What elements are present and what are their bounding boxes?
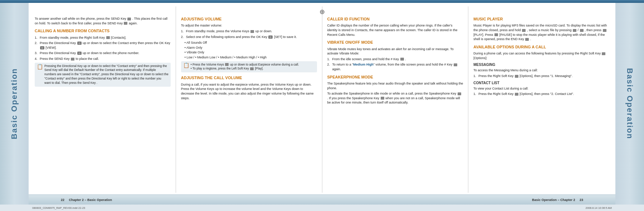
adj-vol-intro: To adjust the master volume: — [181, 23, 317, 28]
column-1: To answer another call while on the phon… — [30, 6, 175, 193]
section-vibrate-heading: VIBRATE ON/OFF MODE — [327, 40, 463, 45]
list-item: 2. Press the Directional Key ⊙ up or dow… — [35, 41, 171, 50]
filename-text: 080803_CDM8975_RAP_REV00.indd 22-23 — [32, 206, 85, 210]
sidebar-label-left: Basic Operation — [10, 68, 19, 139]
ok-key-icon: ⊙ — [40, 46, 44, 49]
play-key-icon — [603, 29, 606, 32]
sidebar-label-right: Basic Operation — [625, 68, 634, 139]
compass-icon: ⊕ — [319, 8, 325, 16]
messaging-list: 1. Press the Right Soft Key [Options], t… — [473, 74, 609, 78]
speaker-key-icon-2 — [381, 97, 384, 100]
vibrate-list: 1. From the idle screen, press and hold … — [327, 57, 463, 72]
sidebar-right: Basic Operation — [615, 3, 644, 205]
list-item: 2. Select one of the following options a… — [181, 35, 317, 39]
list-item: Alarm Only — [185, 45, 317, 50]
send-key-icon-3 — [71, 58, 74, 61]
bottom-bar: 22 Chapter 2 – Basic Operation Basic Ope… — [29, 195, 615, 205]
pause-key-icon — [494, 33, 498, 36]
speakerphone-text2: To activate the Speakerphone in idle mod… — [327, 91, 463, 105]
volume-options-list: All Sounds Off Alarm Only Vibrate Only L… — [185, 40, 317, 59]
note-lines: • Press the Volume Keys up or down to ad… — [191, 63, 299, 71]
list-item: 1. From the idle screen, press and hold … — [327, 57, 463, 62]
vibrate-text: Vibrate Mode mutes key tones and activat… — [327, 47, 463, 56]
content-area: ⊕ To answer another call while on the ph… — [29, 3, 615, 205]
volume-list: 1. From standby mode, press the Volume K… — [181, 29, 317, 39]
section-caller-id-heading: CALLER ID FUNCTION — [327, 16, 463, 22]
intro-text: To answer another call while on the phon… — [35, 16, 171, 25]
section-adj-vol-heading: ADJUSTING VOLUME — [181, 16, 317, 22]
dir-key-icon: ⊙ — [77, 42, 82, 45]
note-box-volume: 📋 • Press the Volume Keys up or down to … — [181, 61, 317, 73]
right-soft-key-icon-3 — [515, 75, 518, 78]
section-speakerphone-heading: SPEAKERPHONE MODE — [327, 75, 463, 80]
list-item: Low / • Medium Low / • Medium / • Medium… — [185, 55, 317, 60]
page-container: Basic Operation ⊕ To answer another call… — [0, 0, 644, 211]
vol-key-icon — [250, 30, 254, 33]
contact-list-intro-text: To view your Contact List during a call: — [473, 86, 609, 91]
columns-area: To answer another call while on the phon… — [29, 3, 615, 195]
send-key-icon-2 — [124, 22, 127, 25]
list-item: 4. Press the SEND Key to place the call. — [35, 57, 171, 61]
list-item: 1. Press the Right Soft Key [Options], t… — [473, 92, 609, 96]
music-nav-icon-1 — [573, 29, 576, 32]
dir-key-icon-2: ⊙ — [77, 52, 82, 55]
list-item: 1. From standby mode, press the Right So… — [35, 35, 171, 40]
subsection-contact-list-heading: CONTACT LIST — [473, 81, 609, 86]
section-options-call-heading: AVAILABLE OPTIONS DURING A CALL — [473, 44, 609, 50]
note-icon: 📋 — [37, 63, 43, 85]
music-player-text: Music Player is for playing MP3 files sa… — [473, 23, 609, 41]
section-music-player-heading: MUSIC PLAYER — [473, 16, 609, 22]
subsection-messaging-heading: MESSAGING — [473, 62, 609, 67]
main-content: Basic Operation ⊕ To answer another call… — [0, 3, 644, 205]
sidebar-left: Basic Operation — [0, 3, 29, 205]
music-nav-icon-2 — [580, 29, 584, 32]
hold-key-icon — [522, 29, 526, 32]
page-num-right: Basic Operation – Chapter 2 23 — [532, 198, 583, 202]
right-soft-key-icon — [106, 36, 110, 39]
list-item: Vibrate Only — [185, 50, 317, 55]
speakerphone-text1: The Speakerphone feature lets you hear a… — [327, 81, 463, 90]
list-item: 1. From standby mode, press the Volume K… — [181, 29, 317, 34]
speaker-key-icon — [458, 92, 461, 95]
divider-3 — [468, 6, 468, 193]
ok-key-icon-2: ⊙ — [268, 35, 273, 39]
send-key-icon-1 — [127, 18, 131, 20]
note-icon-2: 📋 — [183, 62, 189, 71]
left-soft-key-icon — [250, 67, 254, 70]
list-item: 1. Press the Right Soft Key [Options], t… — [473, 74, 609, 78]
calling-list: 1. From standby mode, press the Right So… — [35, 35, 171, 61]
filename-bar: 080803_CDM8975_RAP_REV00.indd 22-23 2008… — [0, 205, 644, 211]
right-soft-key-icon-2 — [602, 52, 605, 55]
vol-key-icon-2 — [225, 63, 229, 66]
end-key-icon — [525, 38, 529, 41]
contact-list-list: 1. Press the Right Soft Key [Options], t… — [473, 92, 609, 96]
divider-1 — [176, 6, 176, 193]
list-item: 3. Press the Directional Key ⊙ up or dow… — [35, 51, 171, 56]
section-adj-call-vol-heading: ADJUSTING THE CALL VOLUME — [181, 75, 317, 81]
date-text: 2008.8.14 10:36:5 AM — [586, 206, 612, 210]
column-2: ADJUSTING VOLUME To adjust the master vo… — [177, 6, 321, 193]
messaging-intro-text: To access the Messaging Menu during a ca… — [473, 68, 609, 73]
hash-key-icon — [400, 58, 404, 61]
section-calling-heading: CALLING A NUMBER FROM CONTACTS — [35, 28, 171, 34]
caller-id-text: Caller ID displays the number of the per… — [327, 23, 463, 37]
column-4: MUSIC PLAYER Music Player is for playing… — [469, 6, 614, 193]
note-text: Pressing the Directional Key up or down … — [44, 64, 169, 85]
adj-call-vol-text: During a call, if you want to adjust the… — [181, 82, 317, 100]
top-bar — [0, 0, 644, 3]
hash-key-icon-2 — [454, 63, 457, 66]
options-call-text: During a phone call, you can access the … — [473, 51, 609, 60]
list-item: 2. To return to a "Medium High" volume, … — [327, 62, 463, 71]
column-3: CALLER ID FUNCTION Caller ID displays th… — [323, 6, 468, 193]
divider-2 — [322, 6, 322, 193]
page-num-left: 22 Chapter 2 – Basic Operation — [61, 198, 112, 202]
note-box-contacts: 📋 Pressing the Directional Key up or dow… — [35, 63, 171, 87]
right-soft-key-icon-4 — [515, 93, 518, 96]
list-item: All Sounds Off — [185, 40, 317, 45]
